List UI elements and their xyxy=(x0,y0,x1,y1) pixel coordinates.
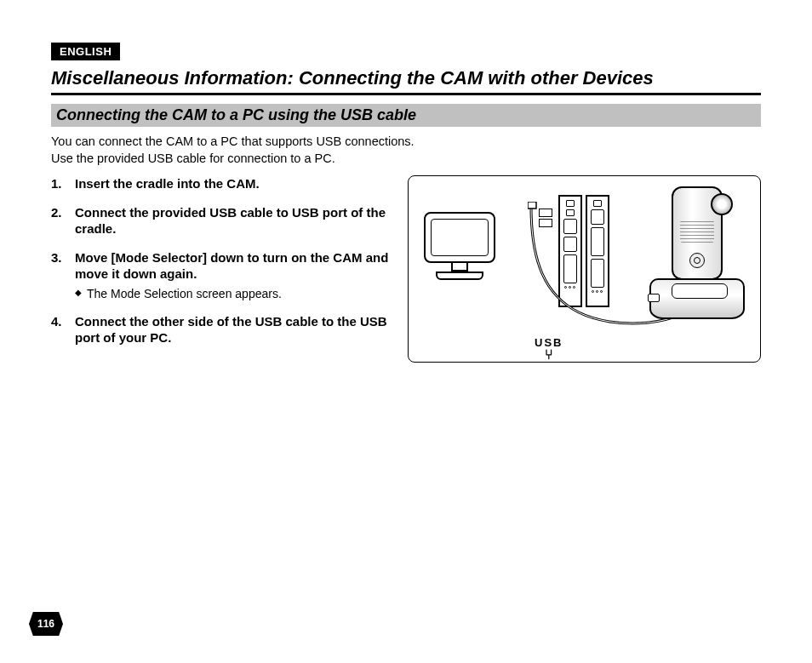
intro-line-1: You can connect the CAM to a PC that sup… xyxy=(51,134,415,148)
intro-text: You can connect the CAM to a PC that sup… xyxy=(51,134,761,167)
monitor-icon xyxy=(424,212,495,280)
page-title: Miscellaneous Information: Connecting th… xyxy=(51,67,761,95)
steps-column: Insert the cradle into the CAM. Connect … xyxy=(51,175,392,363)
steps-list: Insert the cradle into the CAM. Connect … xyxy=(51,175,392,346)
step-1: Insert the cradle into the CAM. xyxy=(51,175,392,192)
pc-back-icon xyxy=(536,195,609,307)
step-3-text: Move [Mode Selector] down to turn on the… xyxy=(75,250,388,282)
usb-hub-icon xyxy=(536,209,555,307)
cam-on-cradle-icon xyxy=(649,188,745,316)
step-3-sub: The Mode Selection screen appears. xyxy=(75,286,392,301)
step-4: Connect the other side of the USB cable … xyxy=(51,313,392,346)
step-2: Connect the provided USB cable to USB po… xyxy=(51,204,392,237)
content-row: Insert the cradle into the CAM. Connect … xyxy=(51,175,761,363)
connection-diagram: USB ⑂ xyxy=(408,175,761,363)
svg-rect-0 xyxy=(528,202,536,209)
step-1-text: Insert the cradle into the CAM. xyxy=(75,176,260,191)
figure-column: USB ⑂ xyxy=(408,175,761,363)
intro-line-2: Use the provided USB cable for connectio… xyxy=(51,151,335,165)
section-heading: Connecting the CAM to a PC using the USB… xyxy=(51,104,761,127)
usb-label: USB ⑂ xyxy=(535,337,563,362)
step-2-text: Connect the provided USB cable to USB po… xyxy=(75,205,386,237)
page-number: 116 xyxy=(29,612,63,636)
usb-trident-icon: ⑂ xyxy=(535,348,563,362)
step-4-text: Connect the other side of the USB cable … xyxy=(75,314,387,346)
step-3: Move [Mode Selector] down to turn on the… xyxy=(51,249,392,301)
language-tag: ENGLISH xyxy=(51,43,120,60)
